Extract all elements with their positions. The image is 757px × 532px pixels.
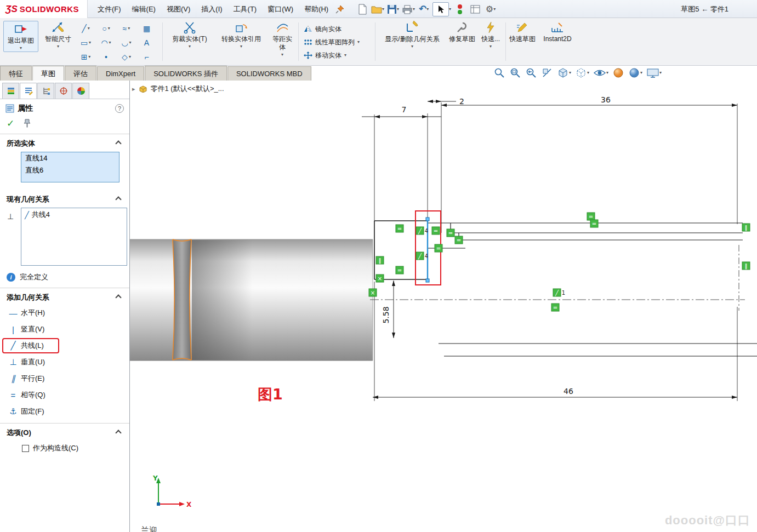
offset-entities-button[interactable]: 等距实体 ▾	[270, 21, 295, 57]
linear-sketch-pattern-button[interactable]: 线性草图阵列 ▾	[301, 36, 362, 49]
relation-perpendicular-button[interactable]: ⊥ 垂直(U)	[0, 354, 129, 370]
existing-relations-header[interactable]: 现有几何关系	[0, 190, 129, 207]
menu-insert[interactable]: 插入(I)	[196, 1, 227, 18]
arc-tool-button[interactable]: ◠▾	[96, 36, 116, 50]
settings-button[interactable]: ⚙ ▾	[483, 2, 498, 16]
flyout-arrow-icon[interactable]: ▸	[132, 85, 135, 93]
relation-badges[interactable]: = = ╱4 ╱4 = = = = = ‖ = × × ╱1 = ‖ ‖	[369, 213, 750, 311]
tab-sketch[interactable]: 草图	[32, 66, 64, 81]
undo-button[interactable]: ↶ ▾	[417, 2, 431, 16]
feature-manager-tab[interactable]	[2, 83, 19, 99]
menu-window[interactable]: 窗口(W)	[262, 1, 299, 18]
plane-tool-button[interactable]: ⌐	[136, 50, 157, 64]
property-manager-tab[interactable]	[20, 83, 37, 99]
menu-help[interactable]: 帮助(H)	[299, 1, 334, 18]
print-button[interactable]: ▾	[401, 2, 416, 16]
trim-entities-button[interactable]: 剪裁实体(T) ▾	[166, 21, 214, 49]
shaft-model[interactable]	[130, 239, 373, 361]
centerline-tool-button[interactable]: ⊞▾	[76, 50, 96, 64]
menu-view[interactable]: 视图(V)	[161, 1, 196, 18]
previous-view-button[interactable]	[524, 66, 538, 79]
relation-horizontal-button[interactable]: — 水平(H)	[0, 305, 129, 321]
rapid-sketch-button[interactable]: 快速草图	[509, 21, 536, 43]
feature-tree-flyout[interactable]: ▸ 零件1 (默认<<默认>_...	[132, 84, 224, 94]
construction-checkbox[interactable]	[22, 445, 29, 452]
menu-tools[interactable]: 工具(T)	[228, 1, 263, 18]
point-tool-button[interactable]: •	[96, 50, 116, 64]
open-document-button[interactable]: ▾	[371, 2, 385, 16]
spline-tool-button[interactable]: ≈▾	[116, 21, 136, 36]
display-manager-tab[interactable]	[72, 83, 89, 99]
new-document-button[interactable]	[355, 2, 369, 16]
collapse-chevron-icon[interactable]	[115, 140, 121, 146]
exit-sketch-button[interactable]: 退出草图 ▾	[3, 21, 38, 52]
interference-check-button[interactable]	[453, 2, 467, 16]
apply-scene-button[interactable]: ▾	[627, 66, 644, 79]
quick-snaps-button[interactable]: 快速... ▾	[478, 21, 503, 49]
existing-relations-listbox[interactable]: ╱ 共线4	[21, 208, 127, 266]
collapse-chevron-icon[interactable]	[115, 294, 121, 300]
construction-option-row: 作为构造线(C)	[0, 440, 129, 453]
collapse-chevron-icon[interactable]	[115, 196, 121, 202]
pattern-group: 镜向实体 线性草图阵列 ▾ 移动实体 ▾	[301, 22, 362, 62]
zoom-area-button[interactable]	[508, 66, 522, 79]
smart-dimension-button[interactable]: 智能尺寸 ▾	[43, 21, 73, 49]
dimxpert-manager-tab[interactable]	[55, 83, 72, 99]
selected-entity-item[interactable]: 直线14	[21, 152, 119, 164]
selected-entities-listbox[interactable]: 直线14 直线6	[21, 152, 119, 182]
part-tree-item[interactable]: 零件1 (默认<<默认>_...	[151, 84, 224, 94]
line-tool-button[interactable]: ╱▾	[76, 21, 96, 36]
tab-evaluate[interactable]: 评估	[65, 66, 96, 81]
display-delete-relations-button[interactable]: 显示/删除几何关系 ▾	[378, 21, 446, 49]
relation-equal-button[interactable]: = 相等(Q)	[0, 387, 129, 403]
move-entities-icon	[304, 52, 312, 59]
rectangle-tool-button[interactable]: ▭▾	[76, 36, 96, 50]
hide-show-items-button[interactable]: ▾	[592, 66, 610, 79]
section-view-button[interactable]	[540, 66, 554, 79]
tab-solidworks-mbd[interactable]: SOLIDWORKS MBD	[227, 66, 311, 81]
instant2d-button[interactable]: Instant2D	[538, 21, 577, 43]
svg-text:=: =	[397, 226, 402, 232]
menu-file[interactable]: 文件(F)	[92, 1, 127, 18]
relation-fix-button[interactable]: ⚓ 固定(F)	[0, 403, 129, 420]
tab-dimxpert[interactable]: DimXpert	[97, 66, 144, 81]
ok-check-icon[interactable]: ✓	[7, 118, 14, 129]
select-tool-button[interactable]: ▾	[432, 2, 452, 16]
selected-entity-item[interactable]: 直线6	[21, 164, 119, 176]
add-relations-header[interactable]: 添加几何关系	[0, 288, 129, 305]
selected-entities-header[interactable]: 所选实体	[0, 134, 129, 151]
move-entities-button[interactable]: 移动实体 ▾	[301, 49, 362, 62]
convert-entities-button[interactable]: 转换实体引用 ▾	[216, 21, 266, 49]
options-header[interactable]: 选项(O)	[0, 424, 129, 440]
fillet-tool-button[interactable]: ◇▾	[116, 50, 136, 64]
relation-collinear-button[interactable]: ╱ 共线(L)	[0, 337, 129, 354]
graphics-area[interactable]: 7 2 36 46 5.58 = = ╱4 ╱4 = = = = = ‖ = ×…	[130, 81, 757, 532]
view-settings-button[interactable]: ▾	[645, 66, 663, 79]
dimensions[interactable]	[362, 101, 737, 397]
sketch-long-lines[interactable]	[428, 223, 757, 356]
sketch-grid-tool-button[interactable]: ▦	[136, 21, 157, 36]
pushpin-icon[interactable]	[23, 119, 31, 128]
sketch-canvas[interactable]: 7 2 36 46 5.58 = = ╱4 ╱4 = = = = = ‖ = ×…	[130, 81, 757, 532]
text-tool-button[interactable]: A	[136, 36, 157, 50]
relation-parallel-button[interactable]: ∥ 平行(E)	[0, 370, 129, 387]
help-icon[interactable]: ?	[115, 104, 124, 113]
tab-features[interactable]: 特征	[0, 66, 32, 81]
display-style-button[interactable]: ▾	[574, 66, 590, 79]
circle-tool-button[interactable]: ○▾	[96, 21, 116, 36]
mirror-entities-button[interactable]: 镜向实体	[301, 22, 362, 36]
relation-item[interactable]: ╱ 共线4	[21, 208, 127, 221]
configuration-manager-tab[interactable]	[37, 83, 54, 99]
tab-solidworks-addins[interactable]: SOLIDWORKS 插件	[145, 66, 227, 81]
relation-vertical-button[interactable]: | 竖直(V)	[0, 321, 129, 337]
zoom-fit-button[interactable]	[492, 66, 506, 79]
menu-pin-icon[interactable]	[333, 3, 346, 16]
repair-sketch-button[interactable]: 修复草图	[448, 21, 476, 43]
edit-appearance-button[interactable]	[611, 66, 625, 79]
options-list-button[interactable]	[468, 2, 482, 16]
view-orientation-button[interactable]: ▾	[556, 66, 572, 79]
menu-edit[interactable]: 编辑(E)	[127, 1, 161, 18]
collapse-chevron-icon[interactable]	[115, 430, 121, 436]
ellipse-tool-button[interactable]: ◡▾	[116, 36, 136, 50]
save-button[interactable]: ▾	[386, 2, 400, 16]
